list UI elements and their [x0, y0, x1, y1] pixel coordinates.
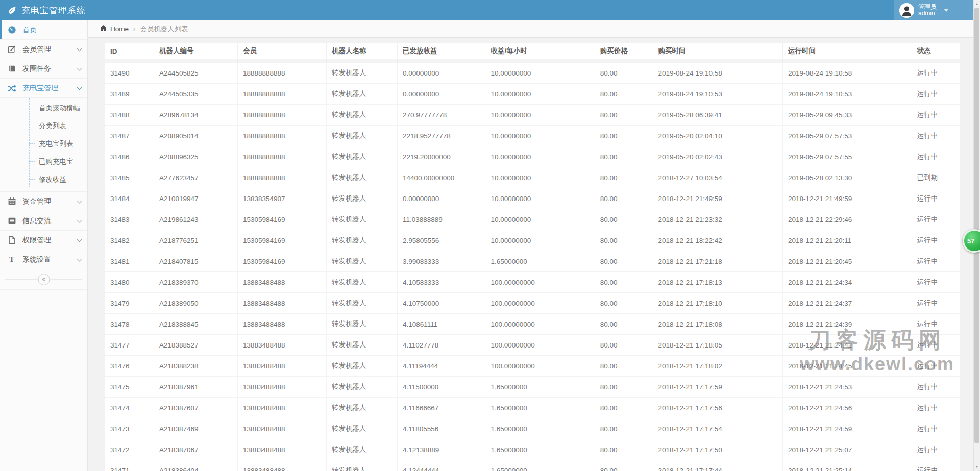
spacer-cell [595, 59, 653, 63]
text-icon: T [7, 255, 16, 264]
table-cell: 运行中 [912, 126, 960, 146]
scroll-down-arrow-icon[interactable]: ▼ [974, 463, 980, 470]
table-cell: 2019-08-24 19:10:58 [782, 63, 912, 84]
avatar [899, 3, 914, 18]
table-cell: 80.00 [595, 146, 653, 167]
sidebar-collapse-button[interactable]: « [38, 274, 50, 285]
sidebar-subitem-home-banner[interactable]: 首页滚动横幅 [0, 99, 87, 117]
table-cell: 转发机器人 [327, 126, 398, 146]
table-cell: 100.00000000 [485, 356, 595, 377]
column-header: 机器人名称 [327, 43, 398, 59]
column-header: 收益/每小时 [485, 43, 595, 59]
user-menu[interactable]: 管理员 admin [894, 0, 973, 20]
table-cell: 运行中 [912, 84, 960, 105]
table-cell: 18888888888 [237, 84, 326, 105]
spacer-cell [154, 59, 237, 63]
sidebar-collapse-row: « [0, 269, 87, 290]
home-icon [100, 24, 107, 33]
chevron-down-icon [77, 198, 82, 203]
topbar: 充电宝管理系统 管理员 admin [0, 0, 980, 20]
table-cell: A289678134 [154, 105, 237, 126]
table-cell: A218776251 [154, 230, 237, 251]
table-cell: 270.97777778 [397, 105, 485, 126]
sidebar-item-permissions[interactable]: 权限管理 [0, 231, 87, 250]
table-cell: 13883488488 [237, 377, 326, 398]
table-cell: A218407815 [154, 251, 237, 272]
table-cell: A208905014 [154, 126, 237, 146]
table-cell: 10.00000000 [485, 84, 595, 105]
sidebar-subitem-purchased-powerbank[interactable]: 已购充电宝 [0, 153, 87, 170]
table-cell: 13883488488 [237, 293, 326, 314]
column-header: 已发放收益 [397, 43, 485, 59]
table-cell: 2018-12-21 21:24:56 [782, 398, 912, 418]
table-cell: 13883488488 [237, 439, 326, 460]
spacer-cell [782, 59, 912, 63]
table-cell: 31472 [105, 439, 154, 460]
sidebar-subitem-label: 分类列表 [39, 121, 66, 131]
sidebar-item-powerbank[interactable]: 充电宝管理 [0, 79, 87, 98]
table-cell: 2018-12-21 17:21:18 [653, 251, 782, 272]
table-cell: 2018-12-21 17:17:56 [653, 398, 782, 418]
sidebar-item-members[interactable]: 会员管理 [0, 40, 87, 59]
table-cell: 14400.00000000 [397, 167, 485, 188]
table-cell: 31487 [105, 126, 154, 146]
scrollbar-thumb[interactable] [974, 8, 979, 443]
table-cell: A244505825 [154, 63, 237, 84]
sidebar-item-messages[interactable]: 信息交流 [0, 211, 87, 231]
sidebar-subitem-powerbank-list[interactable]: 充电宝列表 [0, 135, 87, 153]
tree-dash-icon [29, 108, 35, 108]
table-cell: 31471 [105, 460, 154, 471]
table-cell: 2018-12-21 17:17:44 [653, 460, 782, 471]
scroll-up-arrow-icon[interactable]: ▲ [974, 1, 980, 8]
leaf-logo-icon [7, 6, 17, 15]
table-cell: 运行中 [912, 356, 960, 377]
table-cell: A218387067 [154, 439, 237, 460]
table-cell: 2018-12-21 21:24:42 [782, 335, 912, 356]
breadcrumb-home-link[interactable]: Home [100, 24, 129, 33]
table-cell: 1.65000000 [485, 251, 595, 272]
table-cell: 18888888888 [237, 167, 326, 188]
sidebar-subitem-label: 已购充电宝 [39, 157, 74, 166]
table-cell: 4.11194444 [397, 356, 485, 377]
spacer-cell [912, 59, 960, 63]
sidebar-item-settings[interactable]: T系统设置 [0, 250, 87, 269]
table-cell: 运行中 [912, 377, 960, 398]
sidebar-item-funds[interactable]: 资金管理 [0, 192, 87, 211]
table-cell: 80.00 [595, 167, 653, 188]
table-cell: 31478 [105, 314, 154, 335]
table-cell: 31481 [105, 251, 154, 272]
spacer-cell [397, 59, 485, 63]
table-cell: 31490 [105, 63, 154, 84]
table-cell: 4.11027778 [397, 335, 485, 356]
table-cell: 2018-12-21 21:23:32 [653, 209, 782, 230]
table-cell: 0.00000000 [397, 63, 485, 84]
table-cell: 运行中 [912, 293, 960, 314]
sidebar-item-moments-tasks[interactable]: 发圈任务 [0, 59, 87, 79]
table-cell: 2018-12-21 17:18:10 [653, 293, 782, 314]
table-cell: 10.00000000 [485, 209, 595, 230]
table-cell: 2018-12-21 21:25:07 [782, 439, 912, 460]
chevron-down-icon [77, 237, 82, 242]
chevron-down-icon [77, 65, 82, 70]
table-cell: 转发机器人 [327, 105, 398, 126]
breadcrumb-current: 会员机器人列表 [140, 24, 188, 34]
sidebar-subitem-category-list[interactable]: 分类列表 [0, 117, 87, 135]
table-cell: 0.00000000 [397, 188, 485, 209]
sidebar-item-home[interactable]: 首页 [0, 20, 87, 40]
table-cell: 转发机器人 [327, 84, 398, 105]
table-cell: 1.65000000 [485, 439, 595, 460]
table-cell: 运行中 [912, 272, 960, 293]
table-cell: 已到期 [912, 167, 960, 188]
table-header-row: ID机器人编号会员机器人名称已发放收益收益/每小时购买价格购买时间运行时间状态 [105, 43, 960, 59]
table-cell: 31477 [105, 335, 154, 356]
table-cell: A277623457 [154, 167, 237, 188]
sidebar-subitem-modify-profit[interactable]: 修改收益 [0, 170, 87, 188]
table-cell: 13883488488 [237, 314, 326, 335]
column-header: 机器人编号 [154, 43, 237, 59]
table-row: 31484A21001994713838354907转发机器人0.0000000… [105, 188, 960, 209]
table-cell: 2018-12-21 21:24:59 [782, 418, 912, 439]
table-cell: 18888888888 [237, 105, 326, 126]
table-cell: 31480 [105, 272, 154, 293]
user-name: admin [918, 10, 937, 17]
table-cell: A218388845 [154, 314, 237, 335]
